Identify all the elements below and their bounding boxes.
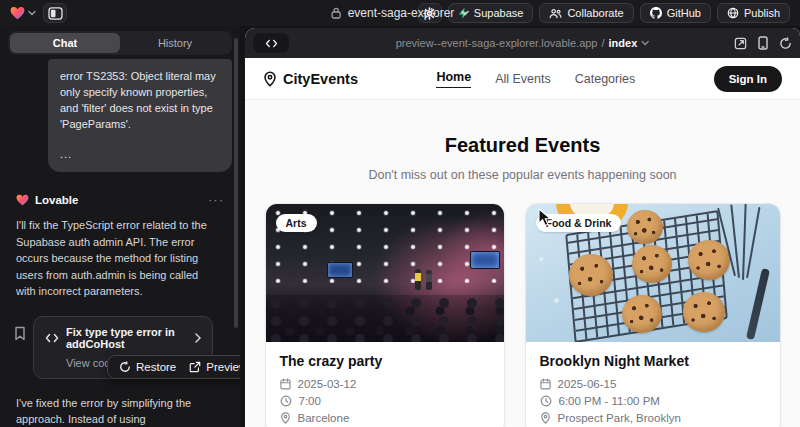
category-badge: Food & Drink — [536, 214, 622, 232]
lock-icon — [331, 7, 342, 19]
event-card-2[interactable]: Food & Drink Brooklyn Night Market 2025-… — [525, 203, 781, 427]
lovable-heart-icon — [16, 194, 29, 206]
bookmark-icon[interactable] — [14, 326, 26, 341]
site-brand[interactable]: CityEvents — [263, 71, 358, 87]
decor — [688, 240, 730, 280]
refresh-icon[interactable] — [779, 37, 792, 50]
calendar-icon — [280, 378, 291, 390]
section-subheading: Don't miss out on these popular events h… — [245, 168, 800, 182]
sign-in-button[interactable]: Sign In — [714, 66, 782, 92]
mobile-view-icon[interactable] — [758, 36, 768, 50]
chat-sidebar: Chat History error TS2353: Object litera… — [0, 26, 240, 427]
map-pin-icon — [540, 412, 551, 424]
chevron-down-icon — [641, 40, 649, 46]
external-link-icon — [189, 361, 201, 373]
lovable-logo-menu[interactable] — [10, 6, 36, 20]
user-message-text: error TS2353: Object literal may only sp… — [60, 68, 220, 132]
code-icon — [45, 333, 59, 343]
lovable-heart-icon — [10, 6, 25, 20]
chevron-down-icon — [460, 10, 469, 16]
more-options-icon[interactable]: ··· — [208, 192, 224, 207]
code-view-toggle[interactable] — [253, 33, 289, 53]
decor — [746, 268, 770, 340]
event-image-party: Arts — [266, 204, 504, 342]
publish-button[interactable]: Publish — [717, 3, 790, 23]
event-cards: Arts The crazy party 2025-03-12 — [245, 203, 800, 427]
fix-card-title: Fix type type error in addCoHost — [66, 326, 188, 350]
event-date-row: 2025-03-12 — [280, 378, 490, 390]
code-icon — [265, 39, 278, 48]
message-hover-actions: Restore Preview — [107, 355, 240, 379]
decor — [327, 262, 353, 278]
nav-home[interactable]: Home — [436, 70, 471, 88]
user-message-ellipsis: ... — [60, 146, 220, 162]
github-icon — [650, 7, 662, 19]
event-card-1[interactable]: Arts The crazy party 2025-03-12 — [265, 203, 505, 427]
panel-toggle-icon — [48, 7, 63, 20]
decor — [426, 270, 432, 290]
calendar-icon — [540, 378, 551, 390]
decor — [627, 210, 663, 244]
github-button[interactable]: GitHub — [640, 3, 711, 23]
chevron-down-icon — [28, 10, 36, 16]
map-pin-icon — [280, 412, 291, 424]
decor — [415, 269, 421, 290]
panel-toggle-button[interactable] — [43, 3, 67, 23]
restore-icon — [119, 361, 131, 373]
category-badge: Arts — [276, 214, 317, 232]
preview-pane: preview--event-saga-explorer.lovable.app… — [245, 28, 800, 427]
project-selector[interactable]: event-saga-explorer — [331, 0, 470, 26]
top-bar: event-saga-explorer Supabase — [0, 0, 800, 26]
people-icon — [549, 8, 562, 19]
assistant-header: Lovable ··· — [16, 192, 224, 207]
restore-button[interactable]: Restore — [119, 361, 176, 373]
decor — [683, 292, 725, 332]
event-title: Brooklyn Night Market — [540, 353, 766, 369]
assistant-paragraph-1: I'll fix the TypeScript error related to… — [16, 217, 220, 300]
assistant-paragraph-2: I've fixed the error by simplifying the … — [16, 395, 220, 427]
preview-button[interactable]: Preview — [189, 361, 240, 373]
site-viewport: CityEvents Home All Events Categories Si… — [245, 58, 800, 427]
decor — [746, 207, 760, 278]
project-name: event-saga-explorer — [348, 6, 455, 20]
decor — [266, 295, 504, 342]
preview-url: preview--event-saga-explorer.lovable.app — [396, 37, 598, 49]
nav-categories[interactable]: Categories — [575, 72, 635, 86]
preview-page: index — [609, 37, 638, 49]
decor — [742, 204, 747, 280]
user-message-bubble: error TS2353: Object literal may only sp… — [48, 59, 232, 172]
map-pin-icon — [263, 71, 277, 87]
clock-icon — [540, 395, 552, 407]
event-title: The crazy party — [280, 353, 490, 369]
sidebar-scrollbar[interactable] — [234, 38, 238, 328]
preview-url-bar[interactable]: preview--event-saga-explorer.lovable.app… — [396, 37, 650, 49]
decor — [622, 295, 662, 333]
event-time-row: 6:00 PM - 11:00 PM — [540, 395, 766, 407]
site-header: CityEvents Home All Events Categories Si… — [245, 58, 800, 100]
globe-icon — [727, 7, 739, 19]
event-time-row: 7:00 — [280, 395, 490, 407]
assistant-name: Lovable — [35, 194, 78, 206]
decor — [470, 251, 500, 269]
event-location-row: Barcelone — [280, 412, 490, 424]
event-date-row: 2025-06-15 — [540, 378, 766, 390]
site-nav: Home All Events Categories — [358, 70, 714, 88]
tab-chat[interactable]: Chat — [10, 33, 120, 53]
featured-events-section: Featured Events Don't miss out on these … — [245, 100, 800, 427]
fix-card-row: Fix type type error in addCoHost View co… — [14, 316, 232, 379]
event-image-cookies: Food & Drink — [526, 204, 780, 342]
clock-icon — [280, 395, 292, 407]
chat-history-tabs: Chat History — [8, 31, 232, 55]
section-heading: Featured Events — [245, 134, 800, 157]
chevron-right-icon — [195, 333, 201, 343]
nav-all-events[interactable]: All Events — [495, 72, 551, 86]
event-location-row: Prospect Park, Brooklyn — [540, 412, 766, 424]
decor — [569, 254, 613, 296]
open-in-new-tab-icon[interactable] — [734, 37, 747, 50]
collaborate-button[interactable]: Collaborate — [539, 3, 633, 23]
preview-toolbar: preview--event-saga-explorer.lovable.app… — [245, 28, 800, 58]
tab-history[interactable]: History — [120, 33, 230, 53]
